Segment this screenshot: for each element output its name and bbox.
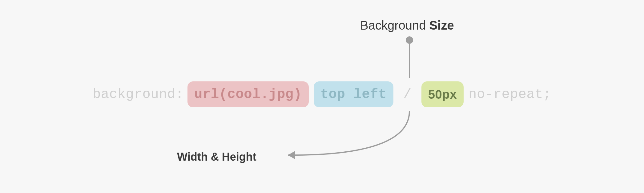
css-value-position: top left	[314, 81, 393, 107]
css-property: background:	[86, 81, 185, 107]
css-value-url: url(cool.jpg)	[187, 81, 309, 107]
connector-curve-bottom	[288, 111, 409, 155]
connector-dot-icon	[406, 36, 413, 44]
arrowhead-icon	[288, 151, 295, 159]
css-declaration: background: url(cool.jpg) top left / 50p…	[0, 79, 644, 110]
css-slash: /	[396, 81, 418, 107]
css-value-repeat: no-repeat;	[466, 81, 558, 107]
callout-label-background-size: Background Size	[360, 18, 454, 32]
callout-label-width-height: Width & Height	[177, 150, 256, 163]
callout-label-bold: Size	[429, 18, 454, 32]
callout-label-prefix: Background	[360, 18, 429, 32]
css-value-size: 50px	[421, 81, 464, 107]
